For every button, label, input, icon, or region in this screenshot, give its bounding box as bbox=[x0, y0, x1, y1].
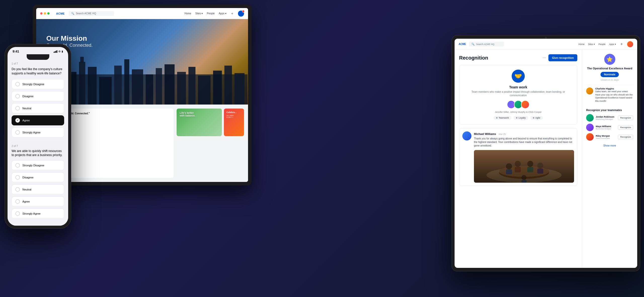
recognize-person-riley: Riley Morgan Sales Associate Recognize bbox=[586, 133, 633, 141]
star-icon: ⭐ bbox=[607, 56, 613, 62]
tablet-sidebar: ⭐ The Operational Excellence Award Nomin… bbox=[582, 50, 637, 268]
maya-avatar bbox=[586, 124, 594, 131]
tablet-nav-links: Home Sites ▾ People Apps ▾ ＋ bbox=[578, 41, 633, 47]
signal-bar-3 bbox=[56, 51, 56, 53]
tablet-nav-apps[interactable]: Apps ▾ bbox=[609, 43, 616, 45]
laptop-celebrate-sub: Six celeb...In the n... bbox=[226, 115, 242, 118]
svg-rect-10 bbox=[132, 69, 143, 105]
laptop-user-avatar[interactable] bbox=[238, 11, 244, 17]
laptop-balance-card: Life's betterwith balance. bbox=[177, 109, 222, 136]
recognize-section: Recognize your teammates Jordan Robinson… bbox=[586, 109, 633, 148]
phone-dynamic-island bbox=[27, 54, 49, 60]
tablet-search[interactable]: 🔍 Search ACME HQ bbox=[469, 42, 504, 46]
svg-rect-9 bbox=[124, 59, 129, 105]
feed-date: Mar 25 bbox=[499, 133, 506, 135]
laptop-celebrate-title: Celebra... bbox=[226, 111, 242, 114]
tablet-nav-home[interactable]: Home bbox=[578, 43, 584, 45]
tablet-header-actions: ··· Give recognition bbox=[543, 54, 577, 61]
feed-content: Michael Williams Mar 25 Thank you for al… bbox=[474, 131, 574, 183]
phone-option-circle bbox=[15, 163, 20, 168]
recognize-jordan-button[interactable]: Recognize bbox=[618, 116, 633, 120]
phone-option-neutral-2[interactable]: Neutral bbox=[12, 184, 64, 194]
tag-dot bbox=[496, 117, 498, 119]
feed-author-line: Michael Williams Mar 25 bbox=[474, 131, 574, 136]
minimize-dot[interactable] bbox=[44, 12, 46, 15]
laptop-search[interactable]: 🔍 Search ACME HQ bbox=[69, 11, 114, 16]
signal-bar-4 bbox=[57, 50, 57, 53]
tag-loyalty-label: Loyalty bbox=[518, 117, 526, 119]
phone-option-agree-1[interactable]: Agree bbox=[12, 115, 64, 125]
close-dot[interactable] bbox=[40, 12, 43, 15]
phone-option-label: Disagree bbox=[22, 176, 33, 179]
show-more-button[interactable]: Show more bbox=[586, 143, 633, 148]
recognize-maya-button[interactable]: Recognize bbox=[618, 125, 633, 130]
laptop-nav-home[interactable]: Home bbox=[185, 12, 191, 15]
window-controls bbox=[40, 12, 50, 15]
svg-rect-11 bbox=[146, 74, 153, 105]
svg-rect-17 bbox=[213, 71, 222, 105]
recognize-person-maya: Maya Williams Business Analyst Recognize bbox=[586, 124, 633, 131]
phone-option-disagree-2[interactable]: Disagree bbox=[12, 172, 64, 182]
phone-option-strongly-agree-1[interactable]: Strongly Agree bbox=[12, 127, 64, 137]
phone-option-agree-2[interactable]: Agree bbox=[12, 196, 64, 207]
teamwork-tag-teamwork[interactable]: Teamwork bbox=[494, 116, 511, 120]
svg-rect-4 bbox=[79, 62, 85, 105]
phone-option-label: Strongly Disagree bbox=[22, 164, 44, 167]
teamwork-tag-loyalty[interactable]: Loyalty bbox=[513, 116, 528, 120]
jordan-info: Jordan Robinson Marketing Manager bbox=[596, 116, 616, 120]
search-icon: 🔍 bbox=[71, 12, 74, 15]
svg-rect-6 bbox=[88, 67, 97, 105]
phone-option-strongly-disagree-1[interactable]: Strongly Disagree bbox=[12, 79, 64, 89]
phone-q1-progress: 1 of 7 bbox=[12, 62, 64, 65]
laptop-nav-apps[interactable]: Apps ▾ bbox=[219, 12, 226, 15]
tablet-nav-sites[interactable]: Sites ▾ bbox=[588, 43, 595, 45]
svg-rect-8 bbox=[114, 66, 122, 105]
teamwork-tags: Teamwork Loyalty Agile bbox=[464, 116, 573, 120]
phone-option-strongly-agree-2[interactable]: Strongly Agree bbox=[12, 209, 64, 219]
phone-option-neutral-1[interactable]: Neutral bbox=[12, 103, 64, 113]
svg-rect-7 bbox=[99, 77, 112, 105]
recognize-person-jordan: Jordan Robinson Marketing Manager Recogn… bbox=[586, 114, 633, 122]
laptop-nav-people[interactable]: People bbox=[207, 12, 215, 15]
maya-role: Business Analyst bbox=[596, 128, 616, 130]
tablet-camera bbox=[545, 37, 547, 39]
svg-rect-13 bbox=[165, 64, 175, 105]
give-recognition-button[interactable]: Give recognition bbox=[548, 54, 577, 61]
laptop-nav-plus-icon[interactable]: ＋ bbox=[230, 11, 234, 16]
laptop-nav-sites[interactable]: Sites ▾ bbox=[195, 12, 203, 15]
hand-wave-icon: 🤝 bbox=[514, 73, 522, 80]
nominate-button[interactable]: Nominate bbox=[600, 72, 619, 77]
teamwork-title: Team work bbox=[464, 85, 573, 89]
tablet-nav: ACME 🔍 Search ACME HQ Home Sites ▾ Peopl… bbox=[455, 39, 637, 50]
phone-option-label: Strongly Agree bbox=[22, 212, 41, 215]
tablet-search-placeholder: Search ACME HQ bbox=[476, 43, 494, 45]
phone-body: 9:41 ⊛ ▮ bbox=[5, 44, 71, 229]
svg-rect-12 bbox=[156, 68, 162, 105]
recognize-riley-button[interactable]: Recognize bbox=[618, 135, 633, 139]
teamwork-tag-agile[interactable]: Agile bbox=[530, 116, 543, 120]
svg-rect-14 bbox=[177, 72, 186, 105]
feed-author-name: Michael Williams bbox=[474, 132, 496, 135]
tablet-nav-people[interactable]: People bbox=[598, 43, 606, 45]
signal-bar-2 bbox=[55, 51, 55, 53]
phone-option-circle bbox=[15, 82, 20, 86]
phone-option-label: Neutral bbox=[22, 107, 31, 110]
battery-icon: ▮ bbox=[62, 50, 63, 53]
jordan-role: Marketing Manager bbox=[596, 118, 616, 120]
tablet-nav-plus-icon[interactable]: ＋ bbox=[620, 41, 624, 47]
tag-teamwork-label: Teamwork bbox=[499, 117, 509, 119]
tablet-feed-item: Michael Williams Mar 25 Thank you for al… bbox=[459, 128, 577, 186]
phone-q1-text: Do you feel like the company's culture s… bbox=[12, 67, 64, 76]
teamwork-avatar-chris bbox=[521, 100, 530, 109]
phone-option-label: Agree bbox=[22, 200, 30, 203]
phone-option-strongly-disagree-2[interactable]: Strongly Disagree bbox=[12, 160, 64, 170]
teamwork-section: 🤝 Team work Team members who make a posi… bbox=[459, 65, 577, 125]
more-options-button[interactable]: ··· bbox=[543, 56, 546, 60]
phone-option-disagree-1[interactable]: Disagree bbox=[12, 91, 64, 101]
tablet-user-avatar[interactable] bbox=[627, 41, 633, 47]
feed-image bbox=[474, 150, 574, 183]
jordan-avatar bbox=[586, 114, 594, 122]
maximize-dot[interactable] bbox=[47, 12, 50, 15]
laptop-hero-title: Our Mission bbox=[46, 34, 93, 43]
svg-rect-18 bbox=[224, 66, 232, 105]
